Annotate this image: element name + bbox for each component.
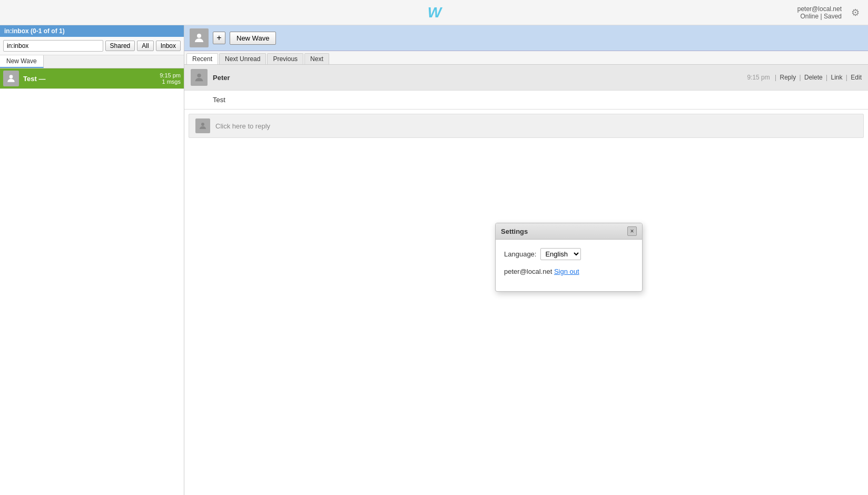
svg-point-1	[197, 34, 201, 38]
toolbar-avatar	[190, 28, 209, 47]
edit-link[interactable]: Edit	[851, 74, 862, 81]
topbar: W peter@local.net Online | Saved ⚙	[0, 0, 868, 25]
account-email: peter@local.net Sign out	[504, 268, 579, 275]
search-input[interactable]	[3, 40, 103, 52]
wave-item[interactable]: Test — 9:15 pm 1 msgs	[0, 68, 184, 89]
separator3: |	[826, 74, 829, 81]
reply-link[interactable]: Reply	[780, 74, 796, 81]
settings-close-button[interactable]: ×	[627, 226, 637, 236]
tab-next-unread[interactable]: Next Unread	[219, 53, 266, 64]
wave-item-info: Test —	[23, 75, 160, 83]
separator2: |	[800, 74, 803, 81]
message-time: 9:15 pm	[747, 74, 770, 81]
settings-gear-icon[interactable]: ⚙	[851, 7, 860, 18]
separator4: |	[846, 74, 849, 81]
main-layout: in:inbox (0-1 of of 1) Shared All Inbox …	[0, 25, 868, 495]
wave-item-meta: 9:15 pm 1 msgs	[160, 72, 181, 85]
language-label: Language:	[504, 250, 536, 258]
wave-content: Peter 9:15 pm | Reply | Delete | Link | …	[184, 65, 868, 495]
add-participant-button[interactable]: +	[213, 32, 225, 44]
account-row: peter@local.net Sign out	[504, 268, 634, 275]
message-actions: 9:15 pm | Reply | Delete | Link | Edit	[745, 74, 862, 81]
settings-title: Settings	[501, 227, 528, 235]
link-link[interactable]: Link	[831, 74, 843, 81]
message-header: Peter 9:15 pm | Reply | Delete | Link | …	[184, 65, 868, 91]
settings-modal: Settings × Language: English French Germ…	[495, 223, 643, 292]
wave-item-msgs: 1 msgs	[160, 78, 181, 85]
svg-point-2	[197, 74, 201, 77]
svg-point-0	[9, 75, 13, 78]
tab-recent[interactable]: Recent	[186, 53, 218, 64]
delete-link[interactable]: Delete	[804, 74, 823, 81]
tab-next[interactable]: Next	[304, 53, 329, 64]
inbox-header: in:inbox (0-1 of of 1)	[0, 25, 184, 37]
language-select[interactable]: English French German Spanish	[540, 248, 581, 260]
wave-item-name: Test —	[23, 75, 160, 83]
reply-placeholder: Click here to reply	[215, 122, 270, 130]
wave-list: Test — 9:15 pm 1 msgs	[0, 68, 184, 495]
user-email: peter@local.net	[797, 5, 842, 13]
shared-button[interactable]: Shared	[105, 41, 135, 51]
inbox-button[interactable]: Inbox	[156, 41, 181, 51]
all-button[interactable]: All	[137, 41, 153, 51]
wave-item-time: 9:15 pm	[160, 72, 181, 78]
sign-out-link[interactable]: Sign out	[554, 268, 579, 275]
message-body: Test	[184, 91, 868, 110]
search-bar: Shared All Inbox	[0, 37, 184, 55]
reply-avatar	[195, 118, 210, 133]
new-wave-button[interactable]: New Wave	[230, 32, 276, 45]
nav-tabs: Recent Next Unread Previous Next	[184, 51, 868, 65]
message-avatar	[191, 69, 208, 86]
app-logo: W	[428, 4, 440, 21]
left-panel: in:inbox (0-1 of of 1) Shared All Inbox …	[0, 25, 184, 495]
settings-body: Language: English French German Spanish …	[496, 240, 642, 291]
tab-new-wave[interactable]: New Wave	[0, 55, 44, 68]
separator1: |	[775, 74, 778, 81]
wave-item-avatar	[3, 71, 19, 86]
message-sender: Peter	[213, 74, 745, 82]
right-panel: + New Wave Recent Next Unread Previous N…	[184, 25, 868, 495]
wave-toolbar: + New Wave	[184, 25, 868, 51]
language-row: Language: English French German Spanish	[504, 248, 634, 260]
user-status: Online | Saved	[797, 13, 842, 20]
svg-point-3	[201, 123, 204, 126]
reply-area[interactable]: Click here to reply	[189, 114, 864, 138]
wave-tabs: New Wave	[0, 55, 184, 68]
tab-previous[interactable]: Previous	[267, 53, 303, 64]
settings-titlebar: Settings ×	[496, 223, 642, 240]
user-info: peter@local.net Online | Saved	[797, 5, 842, 20]
